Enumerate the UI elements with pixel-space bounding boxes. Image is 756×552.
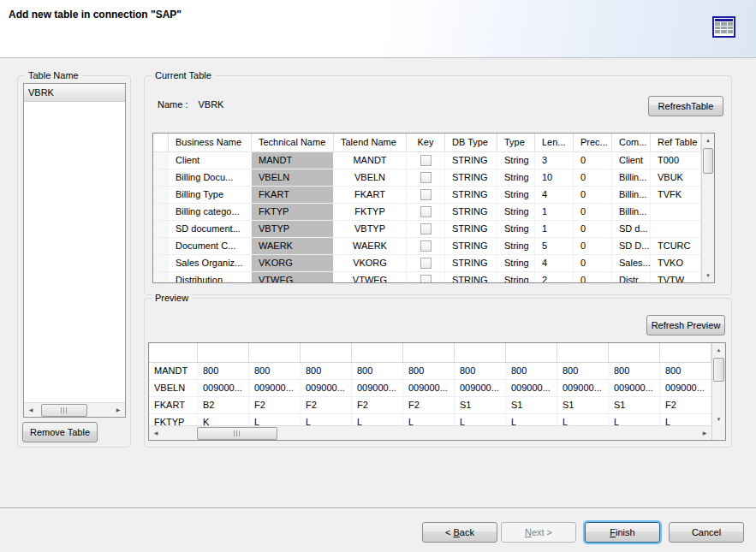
db-type-cell: STRING: [445, 204, 497, 220]
business-name-cell: SD document...: [169, 221, 252, 237]
type-cell: String: [497, 238, 535, 254]
key-checkbox[interactable]: [420, 240, 432, 252]
preview-table-header: [149, 343, 711, 363]
key-checkbox[interactable]: [420, 172, 432, 183]
refresh-table-button[interactable]: RefreshTable: [648, 96, 723, 116]
row-selector-cell[interactable]: [153, 204, 169, 220]
scroll-left-icon[interactable]: ◀: [24, 403, 38, 417]
length-cell: 5: [535, 238, 574, 254]
table-name-list[interactable]: VBRK ◀ ▶: [23, 83, 126, 418]
row-selector-cell[interactable]: [153, 221, 169, 237]
table-list-scroll-thumb[interactable]: [41, 404, 87, 417]
preview-value-cell: 800: [557, 363, 609, 379]
column-header-key[interactable]: Key: [407, 134, 445, 151]
key-cell: [407, 169, 445, 186]
list-item-table[interactable]: VBRK: [24, 84, 125, 102]
db-type-cell: STRING: [445, 272, 497, 282]
precision-cell: 0: [574, 255, 612, 271]
length-cell: 2: [535, 272, 574, 282]
type-cell: String: [497, 255, 535, 271]
preview-value-cell: 009000...: [557, 380, 609, 396]
column-header-len[interactable]: Len...: [535, 134, 574, 151]
column-header-db-type[interactable]: DB Type: [445, 134, 497, 151]
preview-value-cell: S1: [506, 397, 557, 413]
wizard-header: Add new table in connection "SAP": [0, 0, 756, 58]
scroll-up-icon[interactable]: ▲: [712, 343, 725, 357]
key-checkbox[interactable]: [420, 155, 432, 166]
key-cell: [407, 221, 445, 237]
row-selector-cell[interactable]: [153, 169, 169, 186]
preview-scroll-thumb-v[interactable]: [713, 358, 724, 382]
table-list-horizontal-scrollbar[interactable]: ◀ ▶: [24, 402, 125, 417]
cancel-button[interactable]: Cancel: [669, 522, 744, 543]
type-cell: String: [497, 221, 535, 237]
technical-name-cell: FKTYP: [252, 204, 334, 220]
db-type-cell: STRING: [445, 169, 497, 186]
table-grid-icon: [712, 16, 735, 38]
preview-header-cell: [403, 343, 455, 362]
table-name-group-label: Table Name: [25, 69, 82, 81]
db-type-cell: STRING: [445, 187, 497, 203]
preview-value-cell: 800: [403, 363, 455, 379]
scroll-left-icon[interactable]: ◀: [149, 426, 163, 440]
current-table-scroll-thumb[interactable]: [703, 148, 713, 174]
column-header-ref-table[interactable]: Ref Table: [651, 134, 701, 151]
preview-header-cell: [609, 343, 660, 362]
technical-name-cell: VBTYP: [252, 221, 334, 237]
scroll-up-icon[interactable]: ▲: [702, 134, 714, 147]
preview-table-main: MANDT800800800800800800800800800800VBELN…: [149, 343, 711, 440]
back-button[interactable]: < Back: [422, 522, 497, 543]
preview-value-cell: 009000...: [455, 380, 506, 396]
column-header-prec[interactable]: Prec...: [574, 134, 612, 151]
footer-separator: [0, 507, 756, 509]
preview-vertical-scrollbar[interactable]: ▲ ▼: [711, 343, 725, 440]
next-button[interactable]: Next >: [501, 522, 576, 543]
refresh-preview-button[interactable]: Refresh Preview: [646, 315, 725, 335]
preview-value-cell: S1: [557, 397, 609, 413]
row-selector-cell[interactable]: [153, 272, 169, 282]
preview-value-cell: 009000...: [403, 380, 455, 396]
length-cell: 4: [535, 255, 574, 271]
row-selector-cell[interactable]: [153, 152, 169, 169]
table-row: Sales Organiz...VKORGVKORGSTRINGString40…: [153, 255, 701, 272]
column-header-type[interactable]: Type: [497, 134, 535, 151]
db-type-cell: STRING: [445, 221, 497, 237]
business-name-cell: Billing catego...: [169, 204, 252, 220]
remove-table-button[interactable]: Remove Table: [22, 422, 98, 442]
technical-name-cell: VBELN: [252, 169, 334, 186]
current-table-vertical-scrollbar[interactable]: ▲ ▼: [701, 134, 714, 282]
preview-table: MANDT800800800800800800800800800800VBELN…: [148, 342, 726, 441]
row-selector-cell[interactable]: [153, 238, 169, 254]
type-cell: String: [497, 152, 535, 169]
preview-value-cell: 800: [198, 363, 249, 379]
precision-cell: 0: [574, 204, 612, 220]
comment-cell: Billin...: [612, 204, 651, 220]
key-cell: [407, 238, 445, 254]
row-selector-cell[interactable]: [153, 255, 169, 271]
key-checkbox[interactable]: [420, 275, 432, 282]
key-checkbox[interactable]: [420, 189, 432, 200]
scroll-down-icon[interactable]: ▼: [702, 269, 714, 282]
preview-header-cell: [506, 343, 557, 362]
preview-header-cell: [198, 343, 249, 362]
preview-horizontal-scrollbar[interactable]: ◀ ▶: [149, 425, 711, 440]
row-selector-cell[interactable]: [153, 187, 169, 203]
scroll-right-icon[interactable]: ▶: [111, 403, 125, 417]
preview-header-cell: [352, 343, 403, 362]
key-checkbox[interactable]: [420, 258, 432, 269]
column-header-talend-name[interactable]: Talend Name: [334, 134, 407, 151]
preview-value-cell: 800: [352, 363, 403, 379]
column-header-business-name[interactable]: Business Name: [169, 134, 252, 151]
db-type-cell: STRING: [445, 152, 497, 169]
preview-header-cell: [249, 343, 301, 362]
preview-value-cell: B2: [198, 397, 249, 413]
finish-button[interactable]: Finish: [585, 522, 660, 543]
key-checkbox[interactable]: [420, 223, 432, 234]
scroll-right-icon[interactable]: ▶: [698, 426, 711, 440]
column-header-com[interactable]: Com...: [612, 134, 651, 151]
precision-cell: 0: [574, 187, 612, 203]
key-checkbox[interactable]: [420, 206, 432, 217]
preview-scroll-thumb[interactable]: [197, 427, 277, 440]
column-header-technical-name[interactable]: Technical Name: [252, 134, 334, 151]
scroll-down-icon[interactable]: ▼: [712, 413, 725, 426]
